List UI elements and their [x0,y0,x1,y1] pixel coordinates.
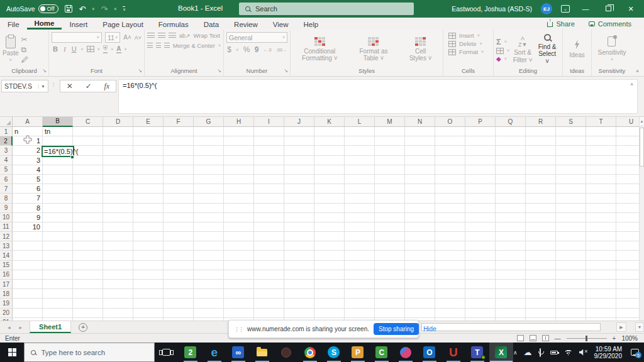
cell-L17[interactable] [345,280,375,289]
percent-format-icon[interactable]: % [243,45,250,54]
cell-M18[interactable] [375,289,405,299]
cell-B17[interactable] [43,280,73,289]
ideas-button[interactable]: Ideas [569,40,584,59]
cell-N18[interactable] [405,289,435,299]
cell-A9[interactable]: 8 [13,204,43,213]
vertical-scroll-thumb[interactable] [640,128,644,167]
column-header-L[interactable]: L [345,117,375,127]
cell-O8[interactable] [435,194,465,203]
cell-N14[interactable] [405,251,435,260]
number-dialog-launcher-icon[interactable]: ↘ [284,68,288,74]
merge-center-button[interactable]: Merge & Center [173,42,215,49]
page-break-view-icon[interactable] [542,335,549,341]
cell-A11[interactable]: 10 [13,222,43,232]
cell-P17[interactable] [465,280,496,289]
cell-I8[interactable] [254,194,284,203]
cell-H8[interactable] [224,194,254,203]
cell-C17[interactable] [73,280,103,289]
row-header-4[interactable]: 4 [0,156,13,165]
column-header-R[interactable]: R [526,117,556,127]
cell-A13[interactable] [13,241,43,251]
cell-H13[interactable] [224,241,254,251]
cell-H4[interactable] [224,156,254,165]
cell-D19[interactable] [103,299,133,308]
cell-S18[interactable] [556,289,586,299]
cell-R7[interactable] [526,184,556,194]
cell-R2[interactable] [526,136,556,146]
cell-Q10[interactable] [496,213,526,222]
cell-L2[interactable] [345,136,375,146]
tab-insert[interactable]: Insert [62,18,95,30]
cell-P3[interactable] [465,146,496,155]
cell-O14[interactable] [435,251,465,260]
cell-M9[interactable] [375,204,405,213]
scroll-down-icon[interactable]: ▼ [635,322,644,332]
decrease-decimal-icon[interactable]: .00→ [276,48,287,52]
cell-B9[interactable] [43,204,73,213]
cell-H10[interactable] [224,213,254,222]
cell-P11[interactable] [465,222,496,232]
cell-D1[interactable] [103,127,133,136]
cell-B13[interactable] [43,241,73,251]
cell-K14[interactable] [314,251,345,260]
cell-C16[interactable] [73,270,103,280]
cell-L10[interactable] [345,213,375,222]
confirm-entry-button[interactable]: ✓ [86,82,92,90]
cell-S13[interactable] [556,241,586,251]
app-c-icon[interactable]: C [370,343,394,362]
cell-B20[interactable] [43,309,73,318]
cell-S4[interactable] [556,156,586,165]
cell-U3[interactable] [616,146,639,155]
search-input[interactable]: Search [239,3,414,15]
cell-N17[interactable] [405,280,435,289]
cell-Q16[interactable] [496,270,526,280]
cell-L14[interactable] [345,251,375,260]
cell-G1[interactable] [194,127,224,136]
row-header-1[interactable]: 1 [0,127,13,136]
cell-Q11[interactable] [496,222,526,232]
cell-T18[interactable] [586,289,616,299]
clipboard-dialog-launcher-icon[interactable]: ↘ [42,68,47,74]
app-2-icon[interactable]: 2 [179,343,203,362]
sheet-nav-left-icon[interactable]: ◂ [8,324,11,331]
cell-B19[interactable] [43,299,73,308]
fill-button[interactable]: ˅ [496,48,509,54]
cell-T11[interactable] [586,222,616,232]
cell-B11[interactable] [43,222,73,232]
font-dialog-launcher-icon[interactable]: ↘ [138,68,142,74]
cell-E15[interactable] [133,261,164,270]
cell-R3[interactable] [526,146,556,155]
teams-icon[interactable]: T [465,343,489,362]
cell-N1[interactable] [405,127,435,136]
normal-view-icon[interactable] [517,335,524,341]
row-header-3[interactable]: 3 [0,146,13,155]
cell-G6[interactable] [194,175,224,184]
row-header-12[interactable]: 12 [0,232,13,241]
cell-E20[interactable] [133,309,164,318]
minimize-button[interactable]: — [579,5,592,13]
cell-F7[interactable] [164,184,194,194]
cell-N5[interactable] [405,165,435,175]
cell-S7[interactable] [556,184,586,194]
cell-O6[interactable] [435,175,465,184]
cell-R20[interactable] [526,309,556,318]
tab-help[interactable]: Help [296,18,326,30]
ribbon-display-options-icon[interactable]: ˅ [561,5,570,13]
cell-L3[interactable] [345,146,375,155]
column-header-A[interactable]: A [13,117,43,127]
align-left-icon[interactable] [147,43,153,48]
cell-N15[interactable] [405,261,435,270]
edge-icon[interactable]: e [203,343,226,362]
cell-J2[interactable] [284,136,314,146]
cell-D8[interactable] [103,194,133,203]
cell-Q12[interactable] [496,232,526,241]
copy-icon[interactable]: ⧉ [21,46,29,53]
cell-I1[interactable] [254,127,284,136]
wifi-icon[interactable] [564,349,573,356]
cell-P9[interactable] [465,204,496,213]
cell-styles-button[interactable]: Cell Styles ˅ [408,37,433,62]
column-header-Q[interactable]: Q [496,117,526,127]
chrome-icon[interactable] [298,343,322,362]
cell-S2[interactable] [556,136,586,146]
cell-J9[interactable] [284,204,314,213]
